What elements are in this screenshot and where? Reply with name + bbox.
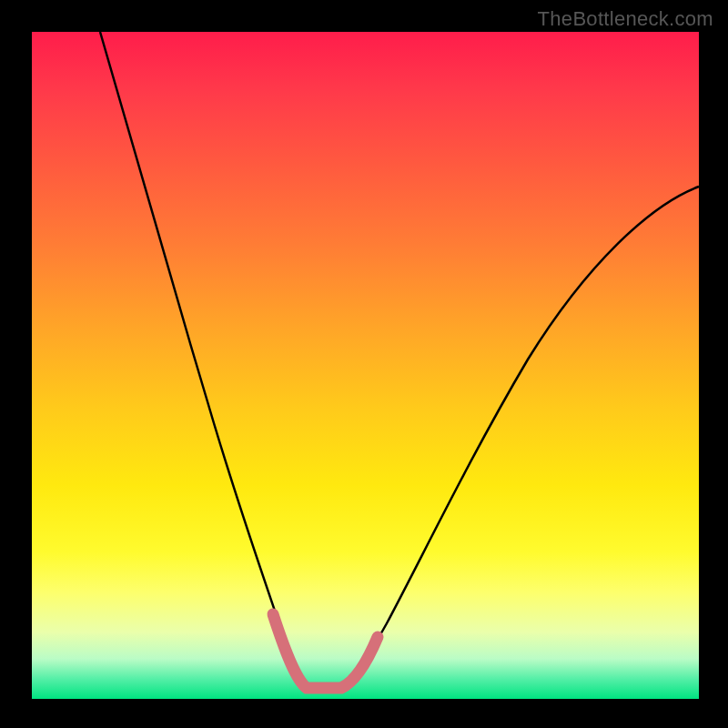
valley-highlight xyxy=(273,614,378,688)
outer-frame: TheBottleneck.com xyxy=(0,0,728,728)
curve-svg xyxy=(32,32,699,699)
bottleneck-curve xyxy=(100,32,699,689)
plot-area xyxy=(32,32,699,699)
watermark-text: TheBottleneck.com xyxy=(538,7,713,31)
